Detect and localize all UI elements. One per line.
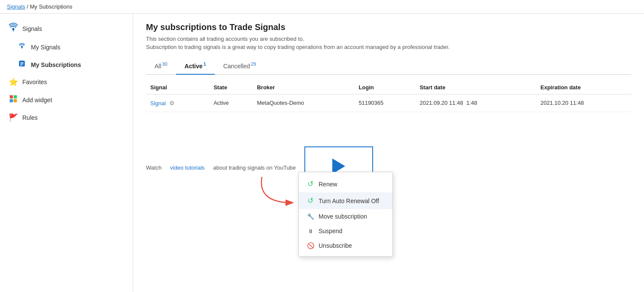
cell-broker: MetaQuotes-Demo	[252, 94, 354, 112]
page-desc-1: This section contains all trading accoun…	[146, 36, 631, 42]
col-state: State	[209, 81, 252, 94]
sidebar-item-favorites[interactable]: ⭐ Favorites	[0, 73, 133, 91]
svg-rect-5	[20, 62, 24, 63]
svg-rect-7	[20, 65, 22, 66]
signal-link[interactable]: Signal	[150, 100, 166, 106]
col-signal: Signal	[146, 81, 209, 94]
svg-rect-8	[10, 95, 13, 99]
sidebar-item-rules[interactable]: 🚩 Rules	[0, 109, 133, 126]
add-widget-icon	[9, 94, 18, 105]
cell-login: 51190365	[354, 94, 415, 112]
my-signals-icon	[17, 42, 27, 52]
signals-icon	[9, 23, 18, 34]
menu-item-renew[interactable]: ↺ Renew	[299, 176, 392, 192]
renew-icon: ↺	[307, 179, 314, 189]
tab-active-badge: 1	[204, 61, 206, 67]
sidebar-item-signals[interactable]: Signals	[0, 19, 133, 38]
favorites-icon: ⭐	[9, 77, 18, 87]
menu-item-unsubscribe-label: Unsubscribe	[319, 242, 352, 249]
sidebar: Signals My Signals	[0, 14, 133, 292]
auto-renewal-icon: ↺	[307, 196, 314, 205]
breadcrumb-signals-link[interactable]: Signals	[7, 3, 25, 10]
table-row: Signal ⚙ Active MetaQuotes-Demo 51190365…	[146, 94, 631, 112]
col-broker: Broker	[252, 81, 354, 94]
col-start-date: Start date	[415, 81, 536, 94]
tab-all[interactable]: All30	[146, 58, 176, 75]
menu-item-turn-auto-renewal-off[interactable]: ↺ Turn Auto Renewal Off	[299, 192, 392, 209]
sidebar-item-add-widget[interactable]: Add widget	[0, 91, 133, 109]
gear-button[interactable]: ⚙	[167, 99, 176, 107]
context-menu: ↺ Renew ↺ Turn Auto Renewal Off 🔧 Move s…	[298, 172, 393, 257]
svg-rect-9	[14, 95, 17, 99]
main-content: My subscriptions to Trade Signals This s…	[133, 14, 644, 292]
my-subscriptions-icon	[17, 60, 27, 70]
menu-item-auto-renewal-label: Turn Auto Renewal Off	[319, 198, 379, 204]
tab-active[interactable]: Active1	[176, 58, 215, 75]
col-login: Login	[354, 81, 415, 94]
tab-active-label: Active	[185, 63, 203, 70]
tutorial-text-before: Watch	[146, 164, 161, 171]
svg-point-0	[12, 28, 14, 30]
tab-cancelled[interactable]: Cancelled29	[215, 58, 265, 75]
subscriptions-table: Signal State Broker Login Start date Exp…	[146, 81, 631, 112]
tab-all-label: All	[155, 63, 161, 70]
unsubscribe-icon: 🚫	[307, 242, 314, 249]
menu-item-move-subscription[interactable]: 🔧 Move subscription	[299, 209, 392, 224]
sidebar-favorites-label: Favorites	[22, 79, 47, 85]
breadcrumb: Signals / My Subscriptions	[0, 0, 644, 14]
menu-item-suspend[interactable]: ⏸ Suspend	[299, 224, 392, 238]
cell-start-date: 2021.09.20 11:48 1:48	[415, 94, 536, 112]
tab-all-badge: 30	[162, 61, 167, 67]
breadcrumb-current: My Subscriptions	[30, 3, 72, 10]
tabs-bar: All30 Active1 Cancelled29	[146, 58, 631, 75]
rules-icon: 🚩	[9, 113, 18, 122]
sidebar-add-widget-label: Add widget	[22, 97, 52, 103]
sidebar-rules-label: Rules	[22, 114, 38, 121]
sidebar-signals-label: Signals	[22, 25, 42, 32]
cell-expiration-date: 2021.10.20 11:48	[536, 94, 631, 112]
svg-point-2	[21, 46, 23, 48]
tutorial-link[interactable]: video tutorials	[170, 164, 204, 171]
svg-rect-6	[20, 64, 24, 64]
menu-item-move-label: Move subscription	[319, 213, 367, 220]
start-date-value: 2021.09.20 11:48	[419, 100, 463, 106]
sidebar-my-subscriptions-label: My Subscriptions	[31, 61, 81, 68]
app-layout: Signals My Signals	[0, 14, 644, 292]
col-expiration-date: Expiration date	[536, 81, 631, 94]
svg-rect-11	[14, 99, 17, 103]
tab-cancelled-badge: 29	[251, 61, 256, 67]
sidebar-item-my-subscriptions[interactable]: My Subscriptions	[0, 56, 133, 73]
menu-item-unsubscribe[interactable]: 🚫 Unsubscribe	[299, 238, 392, 253]
sidebar-item-my-signals[interactable]: My Signals	[0, 38, 133, 56]
menu-item-renew-label: Renew	[319, 181, 337, 188]
tutorial-text-after: about trading signals on YouTube	[213, 164, 296, 171]
cell-signal: Signal ⚙	[146, 94, 209, 112]
cell-state: Active	[209, 94, 252, 112]
tab-cancelled-label: Cancelled	[223, 63, 250, 70]
sidebar-my-signals-label: My Signals	[31, 44, 60, 51]
menu-item-suspend-label: Suspend	[319, 228, 342, 234]
page-desc-2: Subscription to trading signals is a gre…	[146, 44, 631, 50]
page-title: My subscriptions to Trade Signals	[146, 22, 631, 32]
breadcrumb-separator: /	[25, 3, 30, 10]
move-subscription-icon: 🔧	[307, 213, 314, 220]
start-date-extra: 1:48	[466, 100, 477, 106]
svg-rect-10	[10, 99, 13, 103]
suspend-icon: ⏸	[307, 228, 314, 234]
